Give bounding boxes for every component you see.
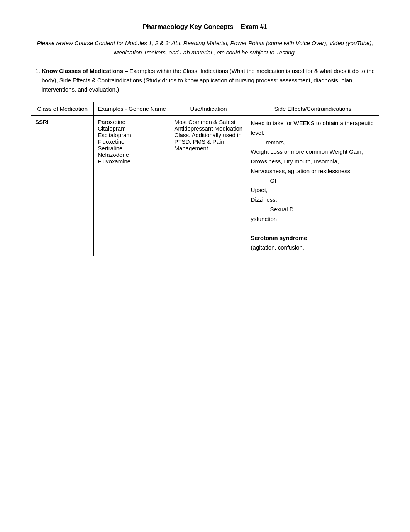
examples-cell: ParoxetineCitalopramEscitalopramFluoxeti… (94, 116, 170, 256)
side-tremors: Tremors, (251, 138, 375, 148)
side-agitation: (agitation, confusion, (251, 244, 304, 251)
list-item-1: Know Classes of Medications – Examples w… (42, 66, 379, 94)
side-d-letter: D (251, 158, 255, 165)
side-dizziness: Dizziness. (251, 196, 277, 203)
list-item-1-bold: Know Classes of Medications (42, 68, 123, 74)
side-sexual: Sexual D (251, 205, 375, 214)
side-d-capital: Drowsiness, Dry mouth, Insomnia, Nervous… (251, 158, 351, 174)
use-cell: Most Common & Safest Antidepressant Medi… (170, 116, 247, 256)
examples-text: ParoxetineCitalopramEscitalopramFluoxeti… (98, 119, 131, 165)
ssri-label: SSRI (35, 119, 49, 125)
side-sexual-rest: ysfunction (251, 216, 277, 222)
header-class: Class of Medication (31, 102, 94, 116)
medication-table: Class of Medication Examples - Generic N… (31, 102, 379, 256)
side-line1: Need to take for WEEKS to obtain a thera… (251, 120, 374, 136)
side-weight: Weight Loss or more common Weight Gain, (251, 148, 363, 155)
header-side: Side Effects/Contraindications (247, 102, 379, 116)
side-effects-cell: Need to take for WEEKS to obtain a thera… (247, 116, 379, 256)
class-cell: SSRI (31, 116, 94, 256)
side-gi-label: GI (251, 176, 375, 186)
side-serotonin: Serotonin syndrome (251, 235, 307, 241)
header-use: Use/Indication (170, 102, 247, 116)
table-row: SSRI ParoxetineCitalopramEscitalopramFlu… (31, 116, 379, 256)
use-text: Most Common & Safest Antidepressant Medi… (174, 119, 242, 151)
intro-paragraph: Please review Course Content for Modules… (31, 39, 379, 57)
side-upset: Upset, (251, 187, 268, 193)
page-title: Pharmacology Key Concepts – Exam #1 (31, 23, 379, 31)
header-examples: Examples - Generic Name (94, 102, 170, 116)
